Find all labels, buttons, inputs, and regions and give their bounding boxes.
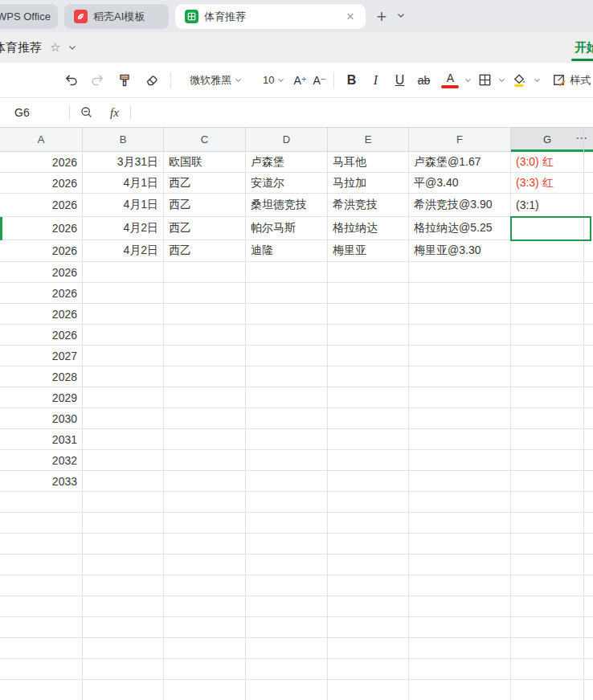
close-tab-icon[interactable]: × [345, 10, 356, 23]
bold-button[interactable]: B [339, 68, 363, 92]
column-header-A[interactable]: A [0, 128, 83, 151]
cell[interactable] [0, 659, 83, 680]
cell[interactable] [164, 471, 246, 492]
cell[interactable]: 格拉纳达@5.25 [409, 217, 511, 240]
cell[interactable] [409, 638, 511, 659]
cell[interactable] [409, 659, 511, 680]
cell[interactable] [83, 346, 164, 366]
cell[interactable] [511, 387, 584, 408]
column-header-E[interactable]: E [328, 128, 409, 151]
cell[interactable] [511, 429, 584, 450]
decrease-font-size-button[interactable]: A− [309, 68, 329, 92]
cell[interactable] [83, 387, 164, 408]
cell[interactable] [164, 659, 246, 680]
cell[interactable]: 格拉纳达 [328, 217, 409, 240]
cell[interactable] [409, 366, 511, 387]
cell[interactable] [409, 283, 511, 304]
cell[interactable] [164, 408, 246, 429]
strikethrough-button[interactable]: ab [411, 68, 436, 92]
tab-sheet-active[interactable]: 体育推荐 × [175, 4, 366, 29]
cell[interactable] [511, 659, 584, 680]
fill-color-button[interactable] [505, 68, 534, 92]
cell[interactable] [164, 283, 246, 304]
cell[interactable]: 希洪竞技 [328, 194, 409, 217]
cell[interactable]: 2033 [0, 471, 83, 492]
cell[interactable] [83, 596, 164, 617]
cell[interactable]: 梅里亚@3.30 [409, 240, 511, 262]
cell[interactable]: 2029 [0, 387, 83, 408]
cell[interactable] [83, 534, 164, 555]
cell[interactable]: 卢森堡@1.67 [409, 152, 511, 173]
cell[interactable] [328, 659, 409, 680]
cell[interactable] [328, 262, 409, 283]
cell[interactable] [328, 346, 409, 366]
cell[interactable] [164, 575, 246, 596]
cell[interactable] [83, 638, 164, 659]
cell[interactable]: 2026 [0, 262, 83, 283]
cell[interactable] [246, 304, 328, 325]
cell[interactable] [328, 304, 409, 325]
cell[interactable]: 西乙 [164, 173, 246, 194]
cell[interactable] [328, 596, 409, 617]
cell[interactable] [164, 596, 246, 617]
cell[interactable] [328, 325, 409, 346]
cell[interactable] [246, 408, 328, 429]
column-header-D[interactable]: D [246, 128, 328, 151]
borders-button[interactable] [472, 68, 498, 92]
cell[interactable] [328, 471, 409, 492]
cell[interactable] [511, 492, 584, 513]
underline-button[interactable]: U [387, 68, 411, 92]
title-chevron-icon[interactable] [68, 45, 76, 51]
cell[interactable] [511, 217, 584, 240]
cell[interactable] [328, 429, 409, 450]
cell[interactable]: (3:3) 红 [511, 173, 584, 194]
ribbon-tab-start[interactable]: 开始 [570, 32, 593, 63]
cell[interactable] [246, 680, 328, 700]
cell[interactable] [409, 450, 511, 471]
cell[interactable] [246, 596, 328, 617]
cell[interactable]: 梅里亚 [328, 240, 409, 262]
cell[interactable] [83, 262, 164, 283]
cell[interactable] [83, 659, 164, 680]
cell[interactable] [83, 429, 164, 450]
cell[interactable] [511, 366, 584, 387]
cell[interactable] [83, 471, 164, 492]
cell[interactable] [511, 596, 584, 617]
cell[interactable] [246, 283, 328, 304]
cell[interactable]: 2026 [0, 325, 83, 346]
cell[interactable] [328, 283, 409, 304]
cell[interactable]: 2026 [0, 152, 83, 173]
cell[interactable] [511, 534, 584, 555]
cell[interactable] [511, 680, 584, 700]
cell[interactable] [409, 680, 511, 700]
cell[interactable] [328, 387, 409, 408]
cell[interactable] [164, 680, 246, 700]
cell[interactable] [328, 450, 409, 471]
cell[interactable] [511, 513, 584, 534]
cell[interactable] [409, 534, 511, 555]
undo-button[interactable] [58, 68, 84, 92]
cell[interactable] [164, 262, 246, 283]
cell[interactable] [83, 513, 164, 534]
cell[interactable] [409, 513, 511, 534]
cell[interactable]: 马拉加 [328, 173, 409, 194]
cell[interactable] [0, 534, 83, 555]
cell[interactable] [164, 638, 246, 659]
cell[interactable] [328, 513, 409, 534]
cell[interactable]: 2026 [0, 194, 83, 217]
cell[interactable] [0, 680, 83, 700]
cell[interactable] [246, 387, 328, 408]
cell[interactable]: 3月31日 [83, 152, 164, 173]
cell[interactable] [164, 617, 246, 638]
cell[interactable] [511, 555, 584, 575]
cell[interactable] [511, 575, 584, 596]
cell[interactable] [246, 325, 328, 346]
cell[interactable] [511, 408, 584, 429]
cell[interactable] [164, 429, 246, 450]
cell[interactable] [246, 513, 328, 534]
new-tab-chevron-icon[interactable] [397, 13, 405, 18]
name-box[interactable]: G6 [0, 106, 69, 119]
font-color-chevron-icon[interactable] [464, 78, 472, 83]
cell[interactable] [511, 450, 584, 471]
cell[interactable]: 迪隆 [246, 240, 328, 262]
